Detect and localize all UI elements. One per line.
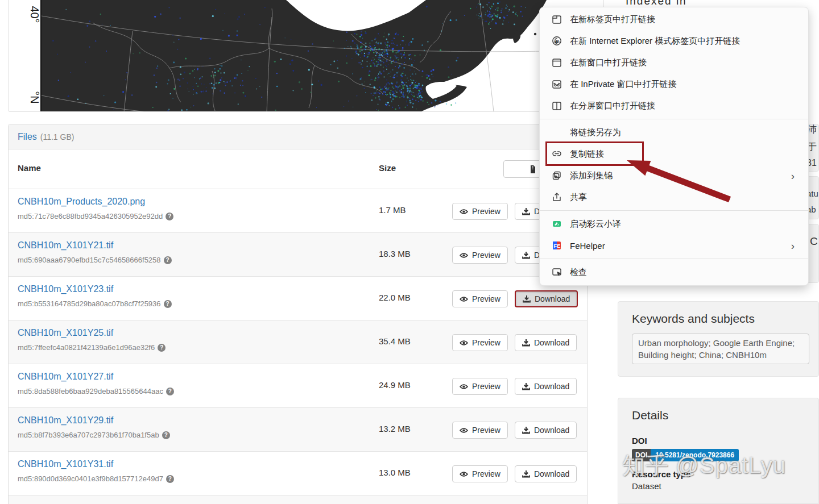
collections-icon	[551, 169, 563, 182]
file-link[interactable]: CNBH10m_X101Y23.tif	[18, 284, 113, 294]
resource-type-value: Dataset	[632, 481, 818, 491]
preview-button[interactable]: Preview	[452, 334, 508, 351]
ie-mode-icon: e	[551, 35, 563, 47]
download-icon	[522, 426, 530, 434]
keywords-value: Urban morphology; Google Earth Engine; B…	[632, 334, 809, 364]
file-size: 13.2 MB	[379, 424, 411, 434]
preview-label: Preview	[472, 469, 500, 478]
keywords-title: Keywords and subjects	[618, 302, 818, 326]
help-icon[interactable]: ?	[166, 213, 173, 220]
menu-item-label: 在新窗口中打开链接	[570, 57, 808, 68]
file-md5: md5:890d0d369c0401e3f9b8d157712e49d7?	[18, 474, 174, 483]
inprivate-icon	[551, 78, 563, 90]
preview-button[interactable]: Preview	[452, 465, 508, 482]
help-icon[interactable]: ?	[164, 300, 172, 308]
download-button[interactable]: Download	[515, 334, 577, 351]
download-icon	[522, 251, 530, 259]
download-label: Download	[534, 382, 569, 391]
eye-icon	[460, 252, 468, 259]
submenu-chevron-icon: ›	[791, 240, 795, 251]
preview-label: Preview	[472, 251, 500, 260]
download-icon	[523, 295, 531, 303]
preview-label: Preview	[472, 382, 500, 391]
menu-item-0[interactable]: 在新标签页中打开链接	[540, 9, 808, 30]
file-size: 18.3 MB	[379, 249, 411, 259]
menu-item-label: 将链接另存为	[570, 127, 808, 138]
table-row: CNBH10m_X101Y21.tifmd5:690aaa6790efbd15c…	[9, 233, 587, 277]
file-link[interactable]: CNBH10m_X101Y21.tif	[18, 240, 113, 251]
menu-item-11[interactable]: 检查	[540, 261, 808, 283]
caiyun-icon	[551, 218, 563, 230]
menu-item-5[interactable]: 将链接另存为	[540, 122, 808, 143]
file-link[interactable]: CNBH10m_X101Y29.tif	[18, 415, 113, 426]
preview-label: Preview	[472, 338, 500, 347]
preview-label: Preview	[472, 426, 500, 435]
help-icon[interactable]: ?	[162, 431, 170, 439]
menu-item-label: 检查	[570, 267, 808, 278]
preview-label: Preview	[472, 294, 500, 303]
file-size: 22.0 MB	[379, 293, 411, 302]
file-link[interactable]: CNBH10m_X101Y31.tif	[18, 459, 113, 469]
sidebar-indexed-heading-fragment: Indexed in	[626, 0, 774, 6]
preview-button[interactable]: Preview	[452, 378, 508, 395]
help-icon[interactable]: ?	[166, 475, 174, 483]
preview-button[interactable]: Preview	[452, 203, 508, 220]
sidebar-text-fragment: C	[810, 235, 818, 248]
menu-item-2[interactable]: 在新窗口中打开链接	[540, 52, 808, 73]
download-button[interactable]: Download	[515, 290, 578, 307]
column-header-size: Size	[379, 163, 396, 173]
split-screen-icon	[551, 99, 563, 112]
file-link[interactable]: CNBH10m_Products_2020.png	[18, 197, 145, 207]
eye-icon	[460, 427, 468, 434]
menu-item-10[interactable]: FEFeHelper›	[540, 235, 808, 256]
download-button[interactable]: Download	[515, 378, 577, 395]
download-label: Download	[535, 294, 570, 303]
help-icon[interactable]: ?	[164, 256, 172, 264]
preview-button[interactable]: Preview	[452, 247, 508, 264]
files-link[interactable]: Files	[18, 132, 37, 142]
download-label: Download	[534, 426, 569, 435]
table-row: CNBH10m_X101Y25.tifmd5:7ffeefc4a0821f421…	[9, 320, 587, 364]
preview-button[interactable]: Preview	[452, 422, 508, 439]
download-button[interactable]: Download	[515, 465, 577, 482]
download-label: Download	[534, 469, 569, 478]
table-row: CNBH10m_X101Y29.tifmd5:b8f7b393e6a707c29…	[9, 408, 587, 452]
file-size: 35.4 MB	[379, 336, 411, 346]
menu-item-label: 在新标签页中打开链接	[570, 14, 808, 25]
file-size: 24.9 MB	[379, 380, 411, 390]
menu-item-1[interactable]: e在新 Internet Explorer 模式标签页中打开链接	[540, 30, 808, 52]
file-md5: md5:71c78e6c88fbd9345a426305952e92dd?	[18, 212, 173, 220]
new-window-icon	[551, 56, 563, 69]
doi-label: DOI	[632, 436, 818, 445]
eye-icon	[460, 296, 468, 302]
share-icon	[551, 191, 563, 203]
fehelper-icon: FE	[551, 239, 563, 252]
menu-item-label: 启动彩云小译	[570, 219, 808, 230]
file-md5: md5:b553164785d29ba80ac07b8cf7f25936?	[18, 299, 172, 308]
menu-item-9[interactable]: 启动彩云小译	[540, 213, 808, 235]
menu-separator	[540, 259, 808, 259]
eye-icon	[460, 471, 468, 477]
menu-item-label: FeHelper	[570, 241, 791, 251]
file-size: 1.7 MB	[379, 205, 406, 215]
files-table-header: Name Size Dow	[9, 149, 587, 189]
archive-file-icon	[530, 165, 536, 173]
menu-separator	[540, 119, 808, 119]
help-icon[interactable]: ?	[166, 388, 174, 395]
menu-separator	[540, 210, 808, 211]
preview-button[interactable]: Preview	[452, 290, 508, 307]
menu-item-4[interactable]: 在分屏窗口中打开链接	[540, 95, 808, 116]
help-icon[interactable]: ?	[158, 344, 166, 352]
keywords-card: Keywords and subjects Urban morphology; …	[618, 301, 819, 377]
svg-text:e: e	[555, 38, 559, 44]
map-frame	[40, 0, 603, 112]
submenu-chevron-icon: ›	[791, 170, 795, 181]
menu-item-label: 在新 Internet Explorer 模式标签页中打开链接	[570, 36, 808, 47]
download-button[interactable]: Download	[515, 422, 577, 439]
menu-item-label: 在 InPrivate 窗口中打开链接	[570, 79, 808, 90]
file-link[interactable]: CNBH10m_X101Y25.tif	[18, 328, 113, 338]
file-md5: md5:7ffeefc4a0821f42139a6e1d96ae32f6?	[18, 343, 166, 352]
file-link[interactable]: CNBH10m_X101Y27.tif	[18, 372, 113, 382]
icon-spacer	[551, 126, 563, 139]
menu-item-3[interactable]: 在 InPrivate 窗口中打开链接	[540, 73, 808, 95]
